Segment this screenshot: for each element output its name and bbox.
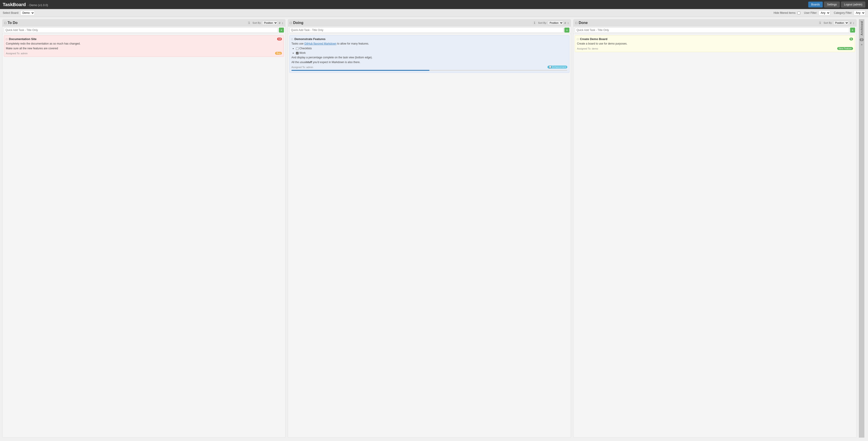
- doing-quick-add-input[interactable]: [289, 27, 563, 33]
- archived-label: Archived: [860, 21, 864, 35]
- card-demo-extra1: And display a percentage complete on the…: [291, 56, 567, 60]
- card-documentation-site: □ Documentation Site 13 Completely redo …: [4, 35, 284, 57]
- category-filter-group: Category Filter: Any: [834, 10, 865, 15]
- card-demo-extra2: All the usualstuff you'd expect in Markd…: [291, 60, 567, 64]
- toolbar: Select Board: Demo Hide filtered items: …: [0, 9, 868, 17]
- card-doc-title: Documentation Site: [9, 37, 276, 41]
- column-todo-header: □ To Do 1 Sort By: Position # ↕: [2, 20, 285, 27]
- column-doing: □ Doing 1 Sort By: Position # ↕ +: [288, 19, 571, 438]
- todo-title: To Do: [7, 21, 245, 25]
- user-filter-group: User Filter: Any: [804, 10, 830, 15]
- hide-filtered-label: Hide filtered items:: [774, 11, 796, 14]
- card-demo-intro: Tasks use GitHub flavored Markdown to al…: [291, 42, 567, 46]
- card-create-assigned: Assigned To: demo: [577, 47, 598, 50]
- card-create-footer: Assigned To: demo New Feature: [577, 47, 853, 50]
- card-demo-italic: usual: [300, 61, 306, 64]
- column-doing-header: □ Doing 1 Sort By: Position # ↕: [288, 20, 571, 27]
- category-filter-select[interactable]: Any: [854, 10, 865, 15]
- doing-title: Doing: [293, 21, 531, 25]
- todo-collapse-icon[interactable]: □: [4, 21, 6, 25]
- done-arrow-icon[interactable]: ↕: [852, 21, 855, 25]
- doing-quick-add-button[interactable]: +: [564, 28, 569, 33]
- app-header: TaskBoard - Demo (v1.0.0) Boards Setting…: [0, 0, 868, 9]
- card-demo-assigned: Assigned To: admin: [291, 66, 313, 69]
- checklist-unchecked-icon: [296, 47, 299, 50]
- todo-quick-add-row: +: [2, 27, 285, 34]
- todo-col-icons: # ↕: [278, 21, 283, 25]
- done-sort-label: Sort By:: [824, 22, 833, 24]
- app-title: TaskBoard: [3, 2, 26, 7]
- boards-button[interactable]: Boards: [808, 2, 823, 7]
- settings-button[interactable]: Settings: [824, 2, 840, 7]
- card-demo-body: Tasks use GitHub flavored Markdown to al…: [291, 42, 567, 64]
- card-doc-badge: 13: [277, 38, 282, 40]
- archived-sidebar[interactable]: Archived 0 »: [859, 19, 864, 438]
- archived-count: 0: [860, 38, 864, 41]
- app-subtitle: - Demo (v1.0.0): [28, 3, 48, 7]
- doing-collapse-icon[interactable]: □: [290, 21, 291, 25]
- logout-button[interactable]: Logout (admin): [841, 2, 865, 7]
- todo-sort-area: Sort By: Position # ↕: [252, 21, 283, 25]
- card-demo-collapse-icon[interactable]: □: [291, 38, 293, 41]
- done-quick-add-row: +: [574, 27, 856, 34]
- card-doc-line2: Make sure all the new features are cover…: [6, 46, 282, 50]
- doing-sort-label: Sort By:: [538, 22, 547, 24]
- doing-sort-select[interactable]: Position: [548, 21, 563, 25]
- todo-quick-add-button[interactable]: +: [279, 28, 284, 33]
- done-cards-container: □ Create Demo Board 5 Create a board to …: [574, 34, 856, 437]
- card-doc-line1: Completely redo the documentation as so …: [6, 42, 282, 46]
- card-demo-tag: 💬 Enhancement: [548, 66, 567, 69]
- toolbar-right: Hide filtered items: User Filter: Any Ca…: [774, 10, 865, 15]
- doing-cards-container: □ Demonstrate Features Tasks use GitHub …: [288, 34, 571, 437]
- board-area: □ To Do 1 Sort By: Position # ↕ +: [0, 17, 868, 440]
- board-select[interactable]: Demo: [20, 10, 35, 15]
- doing-hash-icon[interactable]: #: [564, 21, 566, 25]
- todo-quick-add-input[interactable]: [4, 27, 278, 33]
- card-create-header: □ Create Demo Board 5: [577, 37, 853, 41]
- todo-count: 1: [247, 21, 251, 25]
- user-filter-select[interactable]: Any: [819, 10, 830, 15]
- card-demo-progress-bar: [291, 70, 430, 71]
- hide-filtered-group: Hide filtered items:: [774, 11, 800, 14]
- done-sort-area: Sort By: Position # ↕: [824, 21, 855, 25]
- card-create-demo-board: □ Create Demo Board 5 Create a board to …: [575, 35, 855, 52]
- card-demo-footer: Assigned To: admin 💬 Enhancement: [291, 66, 567, 69]
- card-doc-header: □ Documentation Site 13: [6, 37, 282, 41]
- done-title: Done: [579, 21, 816, 25]
- card-create-collapse-icon[interactable]: □: [577, 38, 579, 41]
- doing-quick-add-row: +: [288, 27, 571, 34]
- hide-filtered-checkbox[interactable]: [797, 11, 800, 14]
- user-filter-label: User Filter:: [804, 11, 817, 14]
- card-demo-checklist-item-2: Work: [296, 51, 567, 55]
- checklist-checked-icon: [296, 52, 299, 55]
- done-quick-add-button[interactable]: +: [850, 28, 855, 33]
- archived-arrow-icon: »: [861, 43, 863, 46]
- done-collapse-icon[interactable]: □: [575, 21, 577, 25]
- card-doc-collapse-icon[interactable]: □: [6, 38, 7, 41]
- todo-sort-select[interactable]: Position: [262, 21, 278, 25]
- header-right: Boards Settings Logout (admin): [808, 2, 865, 7]
- card-demonstrate-features: □ Demonstrate Features Tasks use GitHub …: [289, 35, 569, 73]
- column-done-header: □ Done 1 Sort By: Position # ↕: [574, 20, 856, 27]
- card-doc-tag: Bug: [275, 52, 282, 55]
- done-sort-select[interactable]: Position: [833, 21, 849, 25]
- select-board-group: Select Board: Demo: [3, 10, 35, 15]
- doing-sort-area: Sort By: Position # ↕: [538, 21, 569, 25]
- todo-hash-icon[interactable]: #: [278, 21, 280, 25]
- card-create-title: Create Demo Board: [580, 37, 848, 41]
- todo-arrow-icon[interactable]: ↕: [282, 21, 284, 25]
- todo-sort-label: Sort By:: [252, 22, 261, 24]
- github-markdown-link[interactable]: GitHub flavored Markdown: [304, 42, 336, 45]
- doing-arrow-icon[interactable]: ↕: [567, 21, 569, 25]
- done-quick-add-input[interactable]: [575, 27, 849, 33]
- card-create-line1: Create a board to use for demo purposes.: [577, 42, 853, 46]
- done-count: 1: [818, 21, 822, 25]
- card-demo-checklist: Checklists Work: [291, 46, 567, 55]
- todo-cards-container: □ Documentation Site 13 Completely redo …: [2, 34, 285, 437]
- card-demo-checklist-item-1: Checklists: [296, 46, 567, 50]
- column-done: □ Done 1 Sort By: Position # ↕ + □: [573, 19, 857, 438]
- select-board-label: Select Board:: [3, 11, 19, 14]
- card-demo-header: □ Demonstrate Features: [291, 37, 567, 41]
- done-hash-icon[interactable]: #: [850, 21, 852, 25]
- category-filter-label: Category Filter:: [834, 11, 852, 14]
